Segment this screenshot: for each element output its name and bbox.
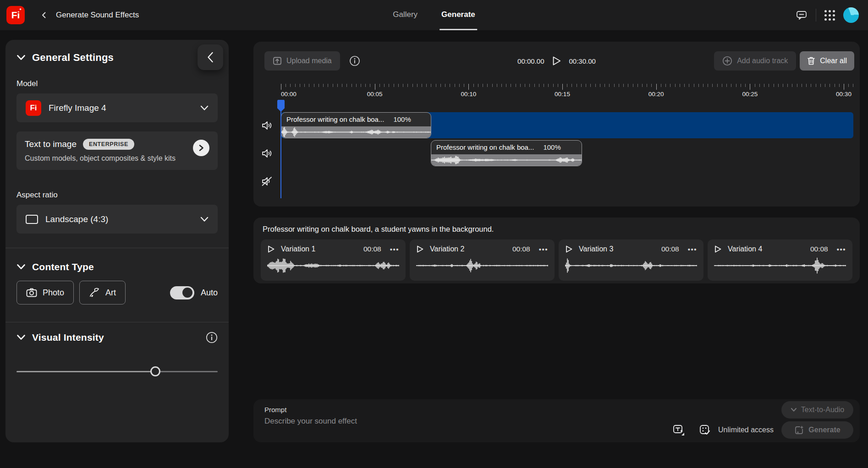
- divider: [5, 322, 229, 322]
- variation-label: Variation 2: [430, 245, 464, 253]
- upload-icon: [273, 56, 282, 65]
- track3-muted-button[interactable]: [253, 168, 281, 194]
- art-button[interactable]: Art: [79, 281, 126, 305]
- prompt-label: Prompt: [264, 406, 286, 414]
- timeline-ruler[interactable]: 00:0000:0500:1000:1500:2000:2500:30: [281, 84, 853, 99]
- total-time: 00:30.00: [569, 57, 596, 65]
- play-button[interactable]: [552, 55, 562, 66]
- variation-waveform: [267, 257, 399, 274]
- variation-duration: 00:08: [363, 245, 381, 253]
- prompt-input[interactable]: [264, 417, 649, 437]
- apps-grid-icon: [824, 10, 835, 21]
- auto-toggle[interactable]: [170, 286, 194, 299]
- upload-media-label: Upload media: [286, 57, 332, 65]
- prompt-suggestions-icon[interactable]: [672, 424, 685, 436]
- variation-waveform: [565, 257, 697, 274]
- divider: [5, 248, 229, 248]
- chevron-down-icon: [16, 54, 26, 61]
- aspect-ratio-value: Landscape (4:3): [45, 214, 193, 224]
- variation-waveform: [416, 257, 548, 274]
- tab-gallery[interactable]: Gallery: [391, 0, 419, 30]
- sparkle-icon: ✦: [19, 8, 22, 11]
- variation-label: Variation 4: [728, 245, 762, 253]
- access-status: Unlimited access: [718, 426, 774, 434]
- content-type-title: Content Type: [32, 261, 94, 272]
- audio-track-1: Professor writing on chalk boa... 100%: [281, 112, 853, 138]
- visual-intensity-slider[interactable]: [16, 366, 218, 377]
- apps-button[interactable]: [824, 10, 835, 21]
- camera-icon: [26, 288, 37, 297]
- ruler-label: 00:30: [836, 91, 852, 98]
- clear-all-label: Clear all: [820, 57, 847, 65]
- firefly-model-icon: Fi: [26, 100, 41, 116]
- model-select[interactable]: Fi Firefly Image 4: [16, 93, 218, 122]
- tab-generate[interactable]: Generate: [439, 0, 477, 30]
- mode-select-button[interactable]: Text-to-Audio: [781, 401, 853, 419]
- play-icon[interactable]: [714, 245, 722, 253]
- more-menu-button[interactable]: •••: [834, 245, 846, 253]
- divider: [816, 9, 816, 22]
- more-menu-button[interactable]: •••: [536, 245, 548, 253]
- generate-sparkle-icon: [794, 425, 804, 435]
- text-to-image-card[interactable]: Text to image ENTERPRISE Custom models, …: [16, 131, 218, 170]
- variation-label: Variation 1: [281, 245, 315, 253]
- mode-select-label: Text-to-Audio: [801, 406, 844, 414]
- audio-clip-2[interactable]: Professor writing on chalk boa... 100%: [431, 140, 582, 166]
- slider-track-filled: [16, 371, 155, 373]
- audio-clip-1[interactable]: Professor writing on chalk boa... 100%: [281, 112, 431, 138]
- clip-volume: 100%: [543, 143, 560, 151]
- general-settings-header[interactable]: General Settings: [16, 51, 218, 65]
- variation-card-2[interactable]: Variation 2 00:08 •••: [410, 239, 555, 281]
- text-to-image-arrow-button[interactable]: [193, 140, 209, 156]
- photo-button[interactable]: Photo: [16, 281, 74, 305]
- feedback-button[interactable]: [796, 10, 808, 21]
- play-icon[interactable]: [416, 245, 424, 253]
- variation-duration: 00:08: [512, 245, 530, 253]
- upload-media-button[interactable]: Upload media: [264, 51, 340, 71]
- plus-circle-icon: [722, 56, 732, 66]
- chevron-right-icon: [198, 144, 204, 152]
- sidebar: General Settings Model Fi Firefly Image …: [5, 40, 229, 442]
- content-type-header[interactable]: Content Type: [16, 260, 218, 274]
- style-reference-icon[interactable]: [699, 424, 711, 436]
- play-icon[interactable]: [565, 245, 573, 253]
- trash-icon: [807, 56, 815, 65]
- collapse-sidebar-button[interactable]: [198, 44, 223, 70]
- chevron-down-icon: [16, 264, 26, 270]
- firefly-logo[interactable]: Fi✦: [6, 6, 25, 24]
- chevron-down-icon: [16, 334, 26, 341]
- visual-intensity-title: Visual Intensity: [32, 332, 104, 343]
- track1-volume-button[interactable]: [253, 112, 281, 138]
- variation-card-4[interactable]: Variation 4 00:08 •••: [708, 239, 852, 281]
- slider-knob[interactable]: [150, 366, 160, 376]
- visual-intensity-header[interactable]: Visual Intensity: [16, 331, 218, 344]
- photo-label: Photo: [43, 288, 64, 298]
- variation-card-1[interactable]: Variation 1 00:08 •••: [261, 239, 406, 281]
- speaker-muted-icon: [261, 176, 273, 187]
- variation-waveform: [714, 257, 846, 274]
- play-icon[interactable]: [267, 245, 275, 253]
- paintbrush-icon: [89, 288, 100, 298]
- info-icon[interactable]: [206, 332, 218, 343]
- aspect-ratio-select[interactable]: Landscape (4:3): [16, 205, 218, 234]
- toggle-knob: [182, 288, 192, 298]
- clip-label: Professor writing on chalk boa...: [286, 115, 384, 123]
- general-settings-title: General Settings: [32, 52, 114, 64]
- add-audio-track-label: Add audio track: [737, 57, 788, 65]
- back-button[interactable]: [40, 11, 48, 19]
- clear-all-button[interactable]: Clear all: [800, 51, 854, 71]
- generate-button[interactable]: Generate: [781, 421, 853, 439]
- variation-card-3[interactable]: Variation 3 00:08 •••: [559, 239, 703, 281]
- speaker-icon: [261, 120, 273, 131]
- more-menu-button[interactable]: •••: [387, 245, 399, 253]
- clip-waveform: [281, 126, 431, 138]
- variation-label: Variation 3: [579, 245, 613, 253]
- prompt-bar: Prompt Unlimited access Text-to-Audio Ge…: [253, 399, 860, 442]
- ruler-label: 00:15: [555, 91, 570, 98]
- track2-volume-button[interactable]: [253, 140, 281, 166]
- info-icon[interactable]: [349, 55, 360, 66]
- more-menu-button[interactable]: •••: [685, 245, 697, 253]
- text-to-image-title: Text to image: [25, 139, 77, 149]
- add-audio-track-button[interactable]: Add audio track: [714, 51, 796, 71]
- avatar[interactable]: [843, 7, 859, 23]
